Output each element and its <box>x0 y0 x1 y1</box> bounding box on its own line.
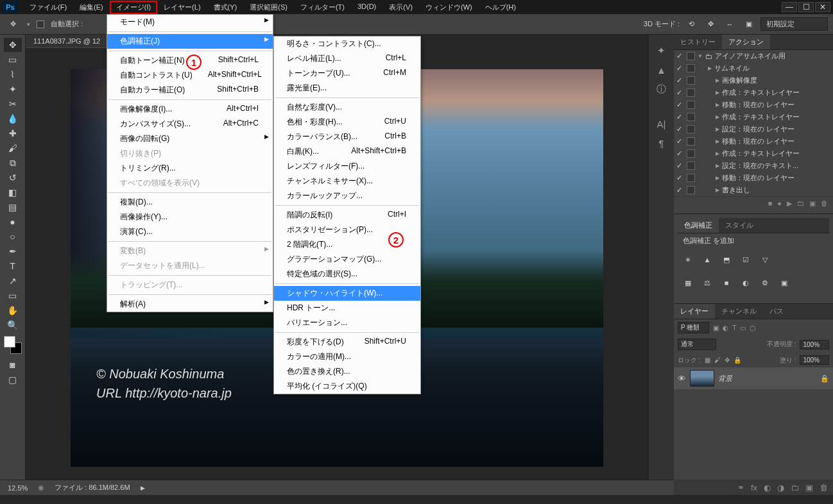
filter-adj-icon[interactable]: ◐ <box>723 324 728 332</box>
menu-item[interactable]: 階調の反転(I)Ctrl+I <box>274 208 420 223</box>
menu-item[interactable]: 自然な彩度(V)... <box>274 100 420 115</box>
action-row[interactable]: ✓▶画像解像度 <box>674 74 833 87</box>
minimize-button[interactable]: — <box>782 2 797 12</box>
crop-tool[interactable]: ✂ <box>4 97 22 111</box>
info-icon[interactable]: ⓘ <box>653 81 670 97</box>
styles-tab[interactable]: スタイル <box>719 218 760 233</box>
magic-wand-tool[interactable]: ✦ <box>4 82 22 96</box>
paths-tab[interactable]: パス <box>763 304 790 319</box>
lock-transparent-icon[interactable]: ▦ <box>705 357 710 364</box>
delete-layer-icon[interactable]: 🗑 <box>820 483 828 492</box>
chevron-right-icon[interactable]: ▶ <box>141 485 145 491</box>
eyedropper-tool[interactable]: 💧 <box>4 112 22 126</box>
hue-icon[interactable]: ▦ <box>680 276 696 289</box>
curves-icon[interactable]: ⬒ <box>719 253 734 266</box>
menu-6[interactable]: フィルター(T) <box>294 1 351 14</box>
levels-icon[interactable]: ▲ <box>700 253 715 266</box>
filter-shape-icon[interactable]: ▭ <box>740 324 746 332</box>
action-row[interactable]: ✓▶移動：現在の レイヤー <box>674 172 833 184</box>
fill-adj-icon[interactable]: ◑ <box>777 483 784 492</box>
menu-item[interactable]: 自動コントラスト(U)Alt+Shift+Ctrl+L <box>107 68 273 83</box>
menu-item[interactable]: 特定色域の選択(S)... <box>274 267 420 281</box>
slide-icon[interactable]: ↔ <box>722 17 737 32</box>
menu-item[interactable]: モード(M)▶ <box>107 15 273 29</box>
lasso-tool[interactable]: ⌇ <box>4 67 22 81</box>
menu-item[interactable]: シャドウ・ハイライト(W)... <box>274 286 420 301</box>
menu-item[interactable]: カンバスサイズ(S)...Alt+Ctrl+C <box>107 117 273 131</box>
menu-item[interactable]: カラーバランス(B)...Ctrl+B <box>274 130 420 144</box>
histogram-icon[interactable]: ▲ <box>653 62 670 78</box>
new-action-icon[interactable]: ▣ <box>809 199 816 208</box>
menu-8[interactable]: 表示(V) <box>382 1 419 14</box>
menu-2[interactable]: イメージ(I) <box>110 1 157 14</box>
menu-item[interactable]: HDR トーン... <box>274 301 420 315</box>
healing-tool[interactable]: ✚ <box>4 126 22 140</box>
action-row[interactable]: ✓▶サムネイル <box>674 62 833 74</box>
menu-1[interactable]: 編集(E) <box>73 1 110 14</box>
play-icon[interactable]: ▶ <box>787 199 792 208</box>
close-button[interactable]: ✕ <box>815 2 830 12</box>
menu-item[interactable]: 露光量(E)... <box>274 81 420 96</box>
link-icon[interactable]: ⚭ <box>737 483 744 492</box>
zoom-level[interactable]: 12.5% <box>8 484 28 492</box>
preset-dropdown[interactable]: 初期設定 <box>760 17 828 31</box>
action-row[interactable]: ✓▶作成：テキストレイヤー <box>674 111 833 123</box>
lock-position-icon[interactable]: ✥ <box>725 357 730 364</box>
filter-smart-icon[interactable]: ▢ <box>750 324 755 332</box>
fx-icon[interactable]: fx <box>751 483 757 492</box>
orbit-icon[interactable]: ⟲ <box>683 17 699 32</box>
dodge-tool[interactable]: ○ <box>4 230 22 244</box>
autoselect-checkbox[interactable] <box>37 21 44 28</box>
navigator-icon[interactable]: ✦ <box>653 42 670 59</box>
chevron-down-icon[interactable]: ▾ <box>27 21 30 28</box>
path-tool[interactable]: ↗ <box>4 274 22 288</box>
character-icon[interactable]: A| <box>653 115 670 132</box>
pan-icon[interactable]: ✥ <box>703 17 718 32</box>
hand-tool[interactable]: ✋ <box>4 303 22 317</box>
menu-item[interactable]: ポスタリゼーション(P)... <box>274 223 420 237</box>
action-set-row[interactable]: ✓▼🗀アイノアサムネイル用 <box>674 50 833 62</box>
shape-tool[interactable]: ▭ <box>4 289 22 303</box>
stamp-tool[interactable]: ⧉ <box>4 156 22 170</box>
lock-paint-icon[interactable]: 🖌 <box>714 357 721 364</box>
menu-item[interactable]: トーンカーブ(U)...Ctrl+M <box>274 66 420 81</box>
action-row[interactable]: ✓▶設定：現在の レイヤー <box>674 123 833 135</box>
eraser-tool[interactable]: ◧ <box>4 185 22 199</box>
menu-3[interactable]: レイヤー(L) <box>157 1 207 14</box>
menu-item[interactable]: 複製(D)... <box>107 195 273 210</box>
marquee-tool[interactable]: ▭ <box>4 53 22 67</box>
quickmask-tool[interactable]: ◙ <box>4 358 22 372</box>
menu-item[interactable]: バリエーション... <box>274 315 420 330</box>
channels-tab[interactable]: チャンネル <box>715 304 763 319</box>
menu-0[interactable]: ファイル(F) <box>23 1 73 14</box>
status-icon[interactable]: ◉ <box>38 483 44 492</box>
lock-all-icon[interactable]: 🔒 <box>734 357 741 364</box>
menu-7[interactable]: 3D(D) <box>351 1 382 14</box>
fill-value[interactable]: 100% <box>800 355 829 365</box>
color-swatches[interactable] <box>4 336 22 354</box>
menu-item[interactable]: 自動カラー補正(O)Shift+Ctrl+B <box>107 83 273 97</box>
balance-icon[interactable]: ⚖ <box>700 276 715 289</box>
lookup-icon[interactable]: ▣ <box>777 276 792 289</box>
action-row[interactable]: ✓▶移動：現在の レイヤー <box>674 135 833 147</box>
screenmode-tool[interactable]: ▢ <box>4 373 22 387</box>
layers-tab[interactable]: レイヤー <box>674 304 715 319</box>
new-layer-icon[interactable]: ▣ <box>805 483 813 492</box>
menu-10[interactable]: ヘルプ(H) <box>479 1 522 14</box>
menu-item[interactable]: 色相・彩度(H)...Ctrl+U <box>274 115 420 130</box>
menu-item[interactable]: 彩度を下げる(D)Shift+Ctrl+U <box>274 335 420 349</box>
menu-item[interactable]: 2 階調化(T)... <box>274 237 420 252</box>
vibrance-icon[interactable]: ▽ <box>757 253 773 266</box>
menu-item[interactable]: カラールックアップ... <box>274 189 420 203</box>
menu-item[interactable]: 明るさ・コントラスト(C)... <box>274 37 420 51</box>
menu-item[interactable]: チャンネルミキサー(X)... <box>274 174 420 189</box>
menu-9[interactable]: ウィンドウ(W) <box>419 1 479 14</box>
menu-item[interactable]: 色調補正(J)▶ <box>107 34 273 49</box>
brush-tool[interactable]: 🖌 <box>4 141 22 155</box>
menu-item[interactable]: 白黒(K)...Alt+Shift+Ctrl+B <box>274 144 420 159</box>
stop-icon[interactable]: ■ <box>768 199 773 208</box>
menu-item[interactable]: 画像の回転(G)▶ <box>107 131 273 146</box>
camera-icon[interactable]: ▣ <box>741 17 757 32</box>
menu-item[interactable]: グラデーションマップ(G)... <box>274 252 420 267</box>
menu-item[interactable]: レベル補正(L)...Ctrl+L <box>274 51 420 66</box>
